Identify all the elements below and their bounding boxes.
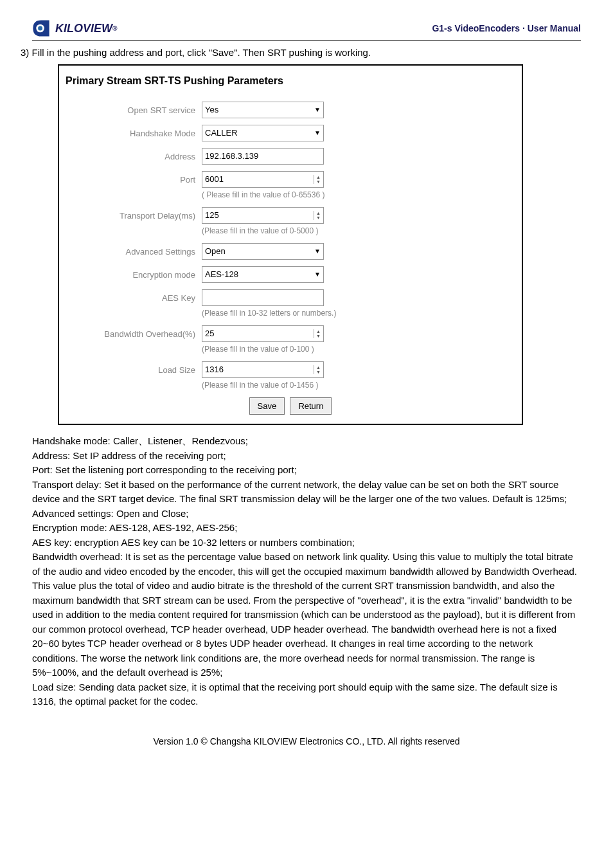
page-footer: Version 1.0 © Changsha KILOVIEW Electron… — [32, 735, 581, 748]
handshake-select[interactable]: CALLER ▼ — [202, 125, 324, 141]
page-header: KILOVIEW® G1-s VideoEncoders · User Manu… — [32, 19, 581, 41]
bwoh-label: Bandwidth Overhead(%) — [67, 325, 202, 341]
chevron-down-icon: ▼ — [314, 105, 321, 114]
brand-logo: KILOVIEW® — [32, 19, 117, 37]
text-port: Port: Set the listening port correspondi… — [32, 463, 581, 478]
spinner-icon[interactable]: ▲▼ — [314, 175, 321, 184]
delay-value: 125 — [205, 209, 219, 222]
port-input[interactable]: 6001 ▲▼ — [202, 171, 324, 188]
text-handshake: Handshake mode: Caller、Listener、Rendezvo… — [32, 434, 581, 449]
advanced-select[interactable]: Open ▼ — [202, 243, 324, 260]
chevron-down-icon: ▼ — [314, 246, 321, 256]
save-button[interactable]: Save — [249, 397, 285, 415]
text-delay: Transport delay: Set it based on the per… — [32, 478, 581, 507]
step-line: 3) Fill in the pushing address and port,… — [21, 46, 581, 60]
handshake-value: CALLER — [205, 127, 238, 140]
spinner-icon[interactable]: ▲▼ — [314, 365, 321, 374]
text-loadsize: Load size: Sending data packet size, it … — [32, 680, 581, 709]
return-button[interactable]: Return — [290, 397, 332, 415]
step-text: Fill in the pushing address and port, cl… — [32, 47, 371, 58]
chevron-down-icon: ▼ — [314, 269, 321, 279]
port-label: Port — [67, 171, 202, 186]
text-advanced: Advanced settings: Open and Close; — [32, 507, 581, 521]
bwoh-input[interactable]: 25 ▲▼ — [202, 325, 324, 342]
spinner-icon[interactable]: ▲▼ — [314, 329, 321, 338]
svg-point-1 — [38, 26, 42, 31]
open-srt-value: Yes — [205, 104, 218, 116]
loadsize-input[interactable]: 1316 ▲▼ — [202, 361, 324, 378]
address-input[interactable]: 192.168.3.139 — [202, 148, 324, 165]
handshake-label: Handshake Mode — [67, 125, 202, 140]
bwoh-value: 25 — [205, 327, 214, 340]
step-number: 3) — [21, 47, 29, 58]
text-address: Address: Set IP address of the receiving… — [32, 449, 581, 464]
explanation-text: Handshake mode: Caller、Listener、Rendezvo… — [32, 434, 581, 709]
address-label: Address — [67, 148, 202, 163]
loadsize-hint: (Please fill in the value of 0-1456 ) — [202, 379, 324, 391]
text-bwoh: Bandwidth overhead: It is set as the per… — [32, 550, 581, 680]
aeskey-input[interactable] — [202, 289, 324, 306]
chevron-down-icon: ▼ — [314, 128, 321, 138]
doc-title: G1-s VideoEncoders · User Manual — [432, 23, 581, 33]
text-encmode: Encryption mode: AES-128, AES-192, AES-2… — [32, 521, 581, 536]
advanced-value: Open — [205, 245, 226, 258]
aeskey-hint: (Please fill in 10-32 letters or numbers… — [202, 307, 336, 319]
text-aeskey: AES key: encryption AES key can be 10-32… — [32, 536, 581, 550]
brand-reg: ® — [112, 25, 117, 32]
open-srt-label: Open SRT service — [67, 102, 202, 117]
encmode-select[interactable]: AES-128 ▼ — [202, 266, 324, 283]
advanced-label: Advanced Settings — [67, 243, 202, 258]
loadsize-value: 1316 — [205, 363, 224, 376]
port-value: 6001 — [205, 173, 224, 186]
encmode-label: Encryption mode — [67, 266, 202, 282]
logo-icon — [32, 19, 50, 37]
brand-text: KILOVIEW — [55, 22, 112, 35]
aeskey-label: AES Key — [67, 289, 202, 305]
spinner-icon[interactable]: ▲▼ — [314, 211, 321, 220]
delay-label: Transport Delay(ms) — [67, 207, 202, 222]
open-srt-select[interactable]: Yes ▼ — [202, 102, 324, 118]
bwoh-hint: (Please fill in the value of 0-100 ) — [202, 343, 324, 355]
delay-hint: (Please fill in the value of 0-5000 ) — [202, 225, 324, 237]
encmode-value: AES-128 — [205, 268, 238, 281]
delay-input[interactable]: 125 ▲▼ — [202, 207, 324, 224]
loadsize-label: Load Size — [67, 361, 202, 377]
port-hint: ( Please fill in the value of 0-65536 ) — [202, 189, 324, 201]
panel-title: Primary Stream SRT-TS Pushing Parameters — [59, 71, 522, 95]
srt-parameters-panel: Primary Stream SRT-TS Pushing Parameters… — [58, 64, 523, 426]
